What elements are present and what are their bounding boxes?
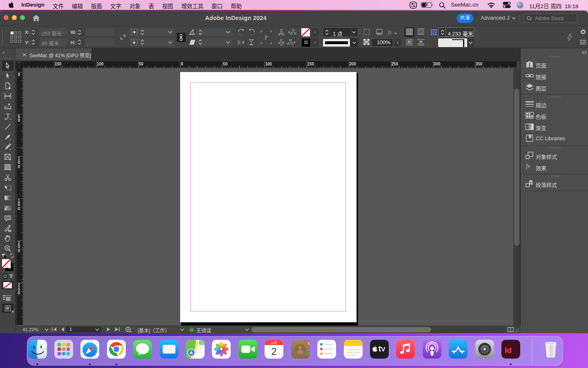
svg-text:Id: Id (505, 346, 512, 355)
svg-text:P: P (265, 34, 268, 41)
svg-text:T: T (6, 112, 10, 119)
svg-text:2: 2 (272, 346, 277, 357)
svg-text:11月: 11月 (271, 340, 277, 345)
